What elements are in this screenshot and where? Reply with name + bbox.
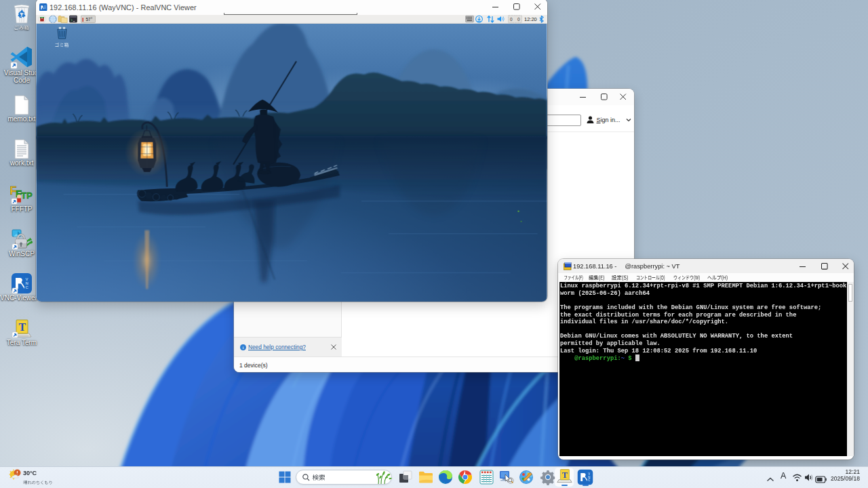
- svg-text:0: 0: [517, 17, 520, 22]
- svg-text:TP: TP: [21, 190, 33, 201]
- svg-text:T: T: [19, 321, 26, 333]
- svg-text:i: i: [243, 345, 244, 350]
- svg-text:0: 0: [510, 17, 513, 22]
- svg-text:12:20: 12:20: [524, 16, 537, 22]
- svg-text:57°: 57°: [86, 17, 93, 22]
- svg-text:C: C: [26, 285, 29, 289]
- svg-text:T: T: [562, 470, 568, 480]
